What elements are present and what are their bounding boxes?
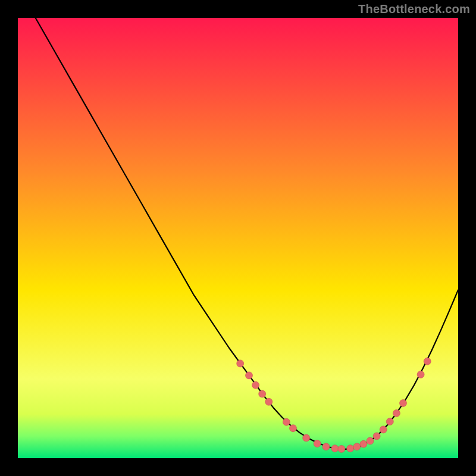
curve-marker: [424, 358, 431, 365]
curve-marker: [338, 446, 345, 453]
curve-marker: [265, 398, 273, 405]
curve-marker: [283, 418, 290, 425]
curve-marker: [322, 443, 330, 450]
curve-marker: [367, 437, 374, 444]
curve-marker: [373, 433, 380, 440]
curve-marker: [380, 426, 387, 433]
curve-marker: [252, 381, 259, 389]
curve-marker: [331, 445, 339, 452]
curve-marker: [314, 440, 321, 447]
curve-marker: [347, 445, 354, 452]
curve-marker: [353, 443, 361, 450]
curve-marker: [400, 400, 407, 407]
curve-marker: [237, 360, 244, 367]
bottleneck-chart: [18, 18, 458, 458]
curve-marker: [303, 434, 310, 441]
curve-marker: [393, 410, 400, 417]
curve-marker: [290, 425, 297, 432]
gradient-background: [18, 18, 458, 458]
watermark-text: TheBottleneck.com: [358, 2, 470, 16]
curve-marker: [360, 440, 367, 447]
curve-marker: [417, 371, 424, 378]
curve-marker: [246, 372, 253, 379]
curve-marker: [386, 418, 393, 425]
chart-frame: TheBottleneck.com: [0, 0, 476, 476]
curve-marker: [259, 390, 266, 397]
plot-area: [18, 18, 458, 458]
